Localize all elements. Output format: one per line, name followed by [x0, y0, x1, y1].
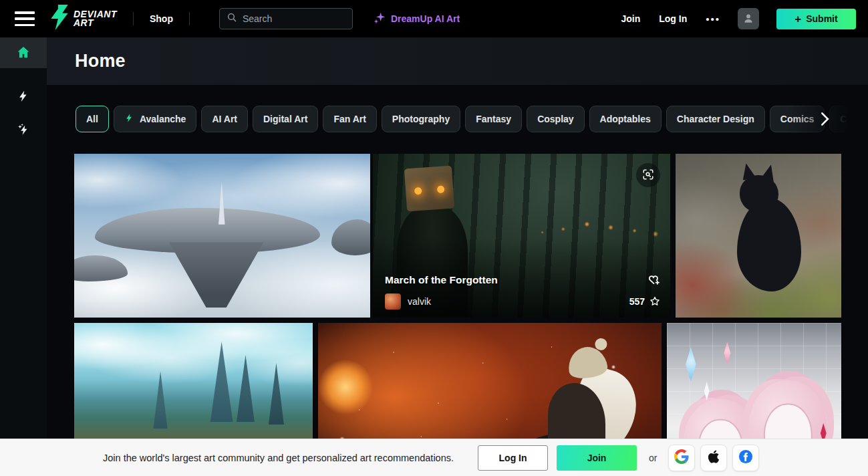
- hamburger-bar: [15, 17, 35, 20]
- social-login-group: [668, 445, 759, 471]
- dreamup-lightning-icon: [16, 122, 31, 139]
- chip-label: Avalanche: [140, 114, 186, 124]
- artist-avatar[interactable]: [385, 293, 401, 310]
- sidebar-item-avalanche[interactable]: [0, 82, 47, 112]
- chip-label: Concept Art: [840, 114, 868, 124]
- hamburger-bar: [15, 11, 35, 14]
- google-icon: [674, 449, 689, 466]
- artwork-card-black-cat[interactable]: [676, 154, 841, 318]
- hamburger-bar: [15, 24, 35, 27]
- topic-filter-bar: All Avalanche AI Art Digital Art Fan Art…: [76, 106, 868, 132]
- box-head-shape: [404, 165, 454, 211]
- left-sidebar: [0, 37, 47, 439]
- cat-silhouette-shape: [737, 198, 801, 291]
- banner-join-button[interactable]: Join: [557, 445, 637, 471]
- artwork-image: [318, 323, 662, 457]
- chip-label: Adoptables: [600, 114, 651, 124]
- heart-plus-icon[interactable]: [647, 273, 661, 287]
- favourite-star-icon[interactable]: [649, 295, 661, 308]
- artwork-card-nebula-stargazer[interactable]: [318, 323, 662, 457]
- chip-label: Comics: [780, 114, 815, 124]
- join-link[interactable]: Join: [621, 13, 640, 24]
- filter-chip-concept-art[interactable]: Concept Art: [829, 106, 868, 132]
- sparkles-icon: [373, 11, 386, 27]
- chip-label: AI Art: [212, 114, 237, 124]
- banner-login-button[interactable]: Log In: [478, 445, 548, 471]
- artwork-card-march-of-the-forgotten[interactable]: March of the Forgotten valvik 557: [373, 154, 670, 318]
- artist-username[interactable]: valvik: [408, 296, 431, 307]
- filter-chip-fantasy[interactable]: Fantasy: [465, 106, 522, 132]
- search-icon: [227, 12, 237, 25]
- facebook-icon: [738, 449, 753, 466]
- favourite-count: 557: [629, 296, 645, 307]
- similar-art-search-button[interactable]: [636, 163, 660, 187]
- signup-message: Join the world's largest art community a…: [103, 453, 454, 463]
- logo-line2: ART: [74, 19, 117, 27]
- filter-chip-ai-art[interactable]: AI Art: [201, 106, 248, 132]
- facebook-login-button[interactable]: [732, 445, 759, 471]
- nav-divider: [189, 12, 190, 25]
- image-search-icon: [642, 168, 654, 183]
- submit-label: Submit: [806, 13, 837, 24]
- deviantart-logo-icon: [51, 5, 68, 33]
- artwork-card-floating-sky-city[interactable]: [74, 154, 370, 318]
- page-title: Home: [75, 51, 126, 72]
- dreamup-ai-art-link[interactable]: DreamUp AI Art: [373, 11, 460, 27]
- login-link[interactable]: Log In: [659, 13, 687, 24]
- submit-button[interactable]: + Submit: [776, 9, 856, 29]
- filter-chip-cosplay[interactable]: Cosplay: [527, 106, 584, 132]
- sparkle-diamond-shape: [721, 342, 734, 364]
- rock-spire-shape: [198, 342, 245, 422]
- lightning-icon: [17, 90, 30, 105]
- chip-label: Cosplay: [537, 114, 573, 124]
- filter-chip-avalanche[interactable]: Avalanche: [114, 106, 197, 132]
- top-navigation-bar: DEVIANT ART Shop DreamUp AI Art Join L: [0, 0, 868, 37]
- filter-chip-fan-art[interactable]: Fan Art: [323, 106, 376, 132]
- cat-ear-shape: [739, 162, 756, 181]
- artwork-image: [676, 154, 841, 318]
- search-box: [219, 8, 353, 29]
- google-login-button[interactable]: [668, 445, 695, 471]
- filter-chip-digital-art[interactable]: Digital Art: [253, 106, 318, 132]
- filter-chip-all[interactable]: All: [76, 106, 109, 132]
- rock-spire-shape: [227, 355, 264, 422]
- search-input[interactable]: [243, 13, 364, 24]
- plus-icon: +: [794, 13, 801, 25]
- deviantart-logo[interactable]: DEVIANT ART: [51, 5, 117, 33]
- sparkle-diamond-shape: [681, 347, 701, 382]
- overflow-menu-button[interactable]: •••: [706, 13, 720, 25]
- chip-label: Digital Art: [263, 114, 307, 124]
- artwork-image: [74, 323, 313, 457]
- signup-banner: Join the world's largest art community a…: [0, 439, 868, 476]
- artwork-title: March of the Forgotten: [385, 274, 498, 286]
- chip-label: Character Design: [677, 114, 754, 124]
- sidebar-item-dreamup[interactable]: [0, 115, 47, 146]
- sparkle-diamond-shape: [702, 382, 712, 400]
- lightning-icon: [124, 113, 134, 125]
- shop-link[interactable]: Shop: [150, 13, 173, 24]
- chevron-right-icon[interactable]: [816, 110, 833, 128]
- page-header: Home: [47, 37, 868, 85]
- dreamup-label: DreamUp AI Art: [391, 13, 460, 24]
- filter-chip-character-design[interactable]: Character Design: [666, 106, 765, 132]
- chip-label: Fan Art: [333, 114, 366, 124]
- sidebar-item-home[interactable]: [0, 37, 47, 68]
- home-icon: [16, 45, 31, 62]
- artwork-card-fantasy-isles[interactable]: [74, 323, 313, 457]
- hamburger-menu-button[interactable]: [15, 11, 35, 26]
- chip-label: Fantasy: [476, 114, 511, 124]
- artwork-card-adoptable-duo[interactable]: Adoptable: [667, 323, 841, 457]
- filter-chip-adoptables[interactable]: Adoptables: [589, 106, 662, 132]
- filter-chip-photography[interactable]: Photography: [382, 106, 460, 132]
- artwork-image: [74, 154, 370, 318]
- apple-login-button[interactable]: [700, 445, 727, 471]
- logo-text: DEVIANT ART: [74, 10, 117, 27]
- apple-icon: [707, 449, 720, 466]
- deviantart-home-page: DEVIANT ART Shop DreamUp AI Art Join L: [0, 0, 868, 476]
- nav-divider: [133, 12, 134, 25]
- rock-spire-shape: [260, 363, 292, 425]
- rock-spire-shape: [146, 371, 175, 429]
- guest-avatar-button[interactable]: [738, 8, 759, 29]
- chip-label: All: [86, 114, 98, 124]
- person-icon: [742, 12, 754, 26]
